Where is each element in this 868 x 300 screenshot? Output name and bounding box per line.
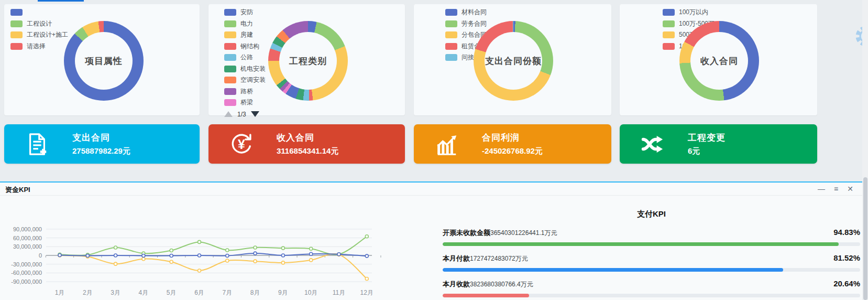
pay-kpi-row-line: 本月付款1727472483072万元81.52% <box>443 253 860 263</box>
series-blue-point[interactable] <box>281 254 284 257</box>
legend-item[interactable]: 材料合同 <box>445 9 487 16</box>
kpi-text: 合同利润-245026768.92元 <box>482 132 543 156</box>
kpi-text: 工程变更6元 <box>688 132 726 156</box>
y-axis-label: 60,000,000 <box>13 235 42 241</box>
legend-item[interactable]: 房建 <box>224 31 266 38</box>
series-yellow-point[interactable] <box>310 259 313 262</box>
series-green-point[interactable] <box>226 249 229 252</box>
pay-kpi-label: 开票未收款金额 <box>443 228 490 238</box>
legend-item[interactable]: 100万以内 <box>663 9 718 16</box>
legend-label: 劳务合同 <box>462 19 487 28</box>
header-divider <box>0 195 868 196</box>
series-blue-point[interactable] <box>86 254 89 258</box>
kpi-card-4[interactable]: 工程变更6元 <box>620 124 817 164</box>
menu-icon[interactable]: ≡ <box>834 184 838 194</box>
legend-label: 100万以内 <box>679 8 708 17</box>
document-plus-icon <box>25 132 49 156</box>
series-blue-point[interactable] <box>365 254 368 258</box>
kpi-card-2[interactable]: ¥收入合同3116854341.14元 <box>208 124 405 164</box>
series-blue-point[interactable] <box>114 254 117 257</box>
donut-chart[interactable]: 项目属性 <box>64 21 144 101</box>
series-green-point[interactable] <box>198 240 201 243</box>
legend-item[interactable]: 劳务合同 <box>445 20 487 27</box>
kpi-value: 3116854341.14元 <box>277 146 338 156</box>
series-yellow-point[interactable] <box>254 260 257 263</box>
x-axis-label: 6月 <box>194 289 204 296</box>
legend-item[interactable]: 请选择 <box>10 43 68 50</box>
pay-kpi-value: 1727472483072万元 <box>470 254 528 263</box>
legend-item[interactable]: 钢结构 <box>224 43 266 50</box>
series-green-point[interactable] <box>310 247 313 250</box>
kpi-card-3[interactable]: 合同利润-245026768.92元 <box>414 124 611 164</box>
legend-item[interactable]: 工程设计+施工 <box>10 31 68 38</box>
progress-bar-fill <box>443 268 783 272</box>
pay-kpi-value: 3823680380766.4万元 <box>470 280 533 289</box>
legend-item[interactable] <box>10 9 68 16</box>
legend-swatch <box>663 20 675 27</box>
series-yellow-point[interactable] <box>226 259 229 262</box>
series-yellow-point[interactable] <box>198 269 201 272</box>
scrollbar-thumb[interactable] <box>863 177 867 300</box>
series-blue-point[interactable] <box>58 253 61 256</box>
y-axis-label: 90,000,000 <box>13 226 42 232</box>
donut-chart[interactable]: 工程类别 <box>268 21 348 101</box>
series-blue-point[interactable] <box>170 254 173 258</box>
series-yellow-point[interactable] <box>365 277 368 281</box>
legend-item[interactable]: 机电安装 <box>224 66 266 72</box>
series-blue-point[interactable] <box>142 254 145 258</box>
legend-item[interactable]: 空调安装 <box>224 77 266 83</box>
pay-kpi-row: 本月收款3823680380766.4万元20.64% <box>443 279 860 297</box>
kpi-value: -245026768.92元 <box>482 146 543 156</box>
series-green-point[interactable] <box>170 249 173 252</box>
legend-label: 安防 <box>240 8 253 17</box>
series-green-point[interactable] <box>254 246 257 249</box>
series-green-point[interactable] <box>365 235 368 238</box>
pay-kpi-percent: 94.83% <box>833 228 860 237</box>
kpi-text: 收入合同3116854341.14元 <box>277 132 338 156</box>
yen-refresh-icon: ¥ <box>229 132 254 156</box>
pay-kpi-title: 支付KPI <box>443 209 860 219</box>
legend-label: 材料合同 <box>462 8 487 17</box>
y-axis-label: -30,000,000 <box>11 261 42 267</box>
pay-kpi-row: 开票未收款金额36540301226441.1万元94.83% <box>443 228 860 246</box>
donut-chart[interactable]: 收入合同 <box>679 21 759 101</box>
donut-chart[interactable]: 支出合同份额 <box>474 21 553 101</box>
series-yellow-point[interactable] <box>114 262 117 265</box>
minimize-icon[interactable]: — <box>818 184 825 194</box>
legend-swatch <box>445 31 457 38</box>
pay-kpi-row-line: 开票未收款金额36540301226441.1万元94.83% <box>443 228 860 237</box>
series-blue-point[interactable] <box>337 253 340 256</box>
series-yellow-point[interactable] <box>281 261 284 264</box>
donut-card-3: 材料合同劳务合同分包合同租赁合同间接费用支出合同份额 <box>414 4 611 115</box>
y-axis-label: -90,000,000 <box>11 278 42 285</box>
series-green-point[interactable] <box>281 247 284 250</box>
close-icon[interactable]: ✕ <box>847 184 853 194</box>
donut-card-1: 工程设计工程设计+施工请选择项目属性 <box>4 4 200 115</box>
legend-item[interactable]: 路桥 <box>224 88 266 95</box>
x-axis-label: 5月 <box>167 289 177 296</box>
series-blue-point[interactable] <box>198 254 201 257</box>
legend-item[interactable]: 工程设计 <box>10 20 68 27</box>
series-green-point[interactable] <box>114 246 117 249</box>
legend-label: 电力 <box>240 19 253 28</box>
kpi-card-1[interactable]: 支出合同275887982.29元 <box>4 124 200 164</box>
legend-page-down-icon[interactable] <box>251 111 259 117</box>
legend-page-up-icon[interactable] <box>224 111 233 117</box>
kpi-text: 支出合同275887982.29元 <box>72 132 130 156</box>
page-scrollbar <box>862 0 868 300</box>
legend-swatch <box>224 43 236 50</box>
series-blue-point[interactable] <box>254 252 257 255</box>
legend-item[interactable]: 公路 <box>224 54 266 61</box>
legend-label: 房建 <box>240 30 253 39</box>
series-blue-point[interactable] <box>226 254 229 258</box>
legend-pager: 1/3 <box>224 111 266 118</box>
legend-item[interactable]: 电力 <box>224 20 266 27</box>
y-axis-label: 30,000,000 <box>13 243 42 250</box>
series-blue-point[interactable] <box>310 252 313 255</box>
pay-kpi-label: 本月收款 <box>443 280 470 289</box>
legend-item[interactable]: 安防 <box>224 9 266 16</box>
series-yellow-point[interactable] <box>142 258 145 261</box>
series-yellow-point[interactable] <box>170 260 173 263</box>
donut-hole: 支出合同份额 <box>485 32 542 90</box>
legend-item[interactable]: 桥梁 <box>224 99 266 106</box>
